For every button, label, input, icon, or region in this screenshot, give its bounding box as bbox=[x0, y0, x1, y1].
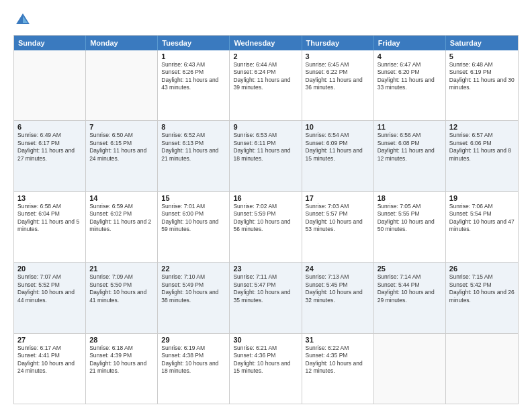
header-day-thursday: Thursday bbox=[302, 36, 374, 50]
header-day-tuesday: Tuesday bbox=[158, 36, 230, 50]
day-number: 14 bbox=[89, 194, 154, 202]
day-info: Sunrise: 6:58 AM Sunset: 6:04 PM Dayligh… bbox=[17, 203, 82, 234]
day-info: Sunrise: 6:54 AM Sunset: 6:09 PM Dayligh… bbox=[306, 132, 370, 163]
day-info: Sunrise: 7:05 AM Sunset: 5:55 PM Dayligh… bbox=[378, 203, 442, 234]
day-number: 7 bbox=[89, 123, 154, 131]
day-info: Sunrise: 6:22 AM Sunset: 4:35 PM Dayligh… bbox=[306, 345, 370, 375]
calendar-cell: 19Sunrise: 7:06 AM Sunset: 5:54 PM Dayli… bbox=[446, 192, 518, 262]
header-day-monday: Monday bbox=[86, 36, 158, 50]
day-info: Sunrise: 7:01 AM Sunset: 6:00 PM Dayligh… bbox=[161, 203, 226, 234]
calendar-cell bbox=[446, 334, 518, 404]
calendar-cell: 7Sunrise: 6:50 AM Sunset: 6:15 PM Daylig… bbox=[86, 121, 158, 191]
calendar-cell: 30Sunrise: 6:21 AM Sunset: 4:36 PM Dayli… bbox=[230, 334, 302, 404]
day-number: 23 bbox=[233, 265, 298, 273]
calendar-cell: 26Sunrise: 7:15 AM Sunset: 5:42 PM Dayli… bbox=[446, 263, 518, 332]
calendar-cell: 24Sunrise: 7:13 AM Sunset: 5:45 PM Dayli… bbox=[302, 263, 374, 332]
calendar-cell bbox=[86, 50, 158, 120]
day-info: Sunrise: 7:07 AM Sunset: 5:52 PM Dayligh… bbox=[17, 273, 82, 304]
calendar-row-0: 1Sunrise: 6:43 AM Sunset: 6:26 PM Daylig… bbox=[14, 50, 518, 120]
calendar-cell: 6Sunrise: 6:49 AM Sunset: 6:17 PM Daylig… bbox=[14, 121, 86, 191]
day-info: Sunrise: 6:48 AM Sunset: 6:19 PM Dayligh… bbox=[449, 61, 515, 92]
calendar-cell: 21Sunrise: 7:09 AM Sunset: 5:50 PM Dayli… bbox=[86, 263, 158, 332]
day-number: 28 bbox=[89, 336, 154, 344]
day-number: 4 bbox=[378, 52, 442, 60]
day-info: Sunrise: 7:13 AM Sunset: 5:45 PM Dayligh… bbox=[306, 273, 370, 304]
calendar-cell: 25Sunrise: 7:14 AM Sunset: 5:44 PM Dayli… bbox=[374, 263, 446, 332]
day-info: Sunrise: 6:53 AM Sunset: 6:11 PM Dayligh… bbox=[233, 132, 298, 163]
calendar-cell: 1Sunrise: 6:43 AM Sunset: 6:26 PM Daylig… bbox=[158, 50, 230, 120]
calendar-cell: 4Sunrise: 6:47 AM Sunset: 6:20 PM Daylig… bbox=[374, 50, 446, 120]
calendar-cell: 23Sunrise: 7:11 AM Sunset: 5:47 PM Dayli… bbox=[230, 263, 302, 332]
calendar-cell: 5Sunrise: 6:48 AM Sunset: 6:19 PM Daylig… bbox=[446, 50, 518, 120]
calendar-cell: 2Sunrise: 6:44 AM Sunset: 6:24 PM Daylig… bbox=[230, 50, 302, 120]
calendar-cell: 3Sunrise: 6:45 AM Sunset: 6:22 PM Daylig… bbox=[302, 50, 374, 120]
day-number: 10 bbox=[306, 123, 370, 131]
header-day-saturday: Saturday bbox=[446, 36, 518, 50]
day-info: Sunrise: 7:03 AM Sunset: 5:57 PM Dayligh… bbox=[306, 203, 370, 234]
day-info: Sunrise: 7:11 AM Sunset: 5:47 PM Dayligh… bbox=[233, 273, 298, 304]
day-info: Sunrise: 7:14 AM Sunset: 5:44 PM Dayligh… bbox=[378, 273, 442, 304]
calendar-row-1: 6Sunrise: 6:49 AM Sunset: 6:17 PM Daylig… bbox=[14, 120, 518, 191]
day-number: 16 bbox=[233, 194, 298, 202]
calendar-cell: 27Sunrise: 6:17 AM Sunset: 4:41 PM Dayli… bbox=[14, 334, 86, 404]
day-info: Sunrise: 6:44 AM Sunset: 6:24 PM Dayligh… bbox=[233, 61, 298, 92]
day-number: 19 bbox=[449, 194, 515, 202]
calendar-cell: 31Sunrise: 6:22 AM Sunset: 4:35 PM Dayli… bbox=[302, 334, 374, 404]
day-number: 17 bbox=[306, 194, 370, 202]
day-number: 20 bbox=[17, 265, 82, 273]
header bbox=[13, 11, 519, 30]
calendar-body: 1Sunrise: 6:43 AM Sunset: 6:26 PM Daylig… bbox=[14, 50, 518, 404]
calendar-header: SundayMondayTuesdayWednesdayThursdayFrid… bbox=[14, 36, 518, 50]
calendar-cell: 29Sunrise: 6:19 AM Sunset: 4:38 PM Dayli… bbox=[158, 334, 230, 404]
calendar-cell: 15Sunrise: 7:01 AM Sunset: 6:00 PM Dayli… bbox=[158, 192, 230, 262]
day-number: 8 bbox=[161, 123, 226, 131]
day-number: 15 bbox=[161, 194, 226, 202]
day-number: 22 bbox=[161, 265, 226, 273]
calendar-cell bbox=[14, 50, 86, 120]
calendar-cell: 8Sunrise: 6:52 AM Sunset: 6:13 PM Daylig… bbox=[158, 121, 230, 191]
logo-icon bbox=[13, 11, 32, 30]
calendar-cell: 13Sunrise: 6:58 AM Sunset: 6:04 PM Dayli… bbox=[14, 192, 86, 262]
calendar-cell: 10Sunrise: 6:54 AM Sunset: 6:09 PM Dayli… bbox=[302, 121, 374, 191]
day-info: Sunrise: 6:21 AM Sunset: 4:36 PM Dayligh… bbox=[233, 345, 298, 375]
day-info: Sunrise: 6:57 AM Sunset: 6:06 PM Dayligh… bbox=[449, 132, 515, 163]
day-number: 5 bbox=[449, 52, 515, 60]
day-number: 3 bbox=[306, 52, 370, 60]
day-info: Sunrise: 6:49 AM Sunset: 6:17 PM Dayligh… bbox=[17, 132, 82, 163]
calendar: SundayMondayTuesdayWednesdayThursdayFrid… bbox=[13, 35, 519, 404]
calendar-cell: 14Sunrise: 6:59 AM Sunset: 6:02 PM Dayli… bbox=[86, 192, 158, 262]
page: SundayMondayTuesdayWednesdayThursdayFrid… bbox=[0, 0, 532, 411]
day-number: 25 bbox=[378, 265, 442, 273]
header-day-friday: Friday bbox=[374, 36, 446, 50]
calendar-cell: 22Sunrise: 7:10 AM Sunset: 5:49 PM Dayli… bbox=[158, 263, 230, 332]
day-number: 24 bbox=[306, 265, 370, 273]
day-info: Sunrise: 6:50 AM Sunset: 6:15 PM Dayligh… bbox=[89, 132, 154, 163]
calendar-row-2: 13Sunrise: 6:58 AM Sunset: 6:04 PM Dayli… bbox=[14, 191, 518, 262]
day-info: Sunrise: 6:43 AM Sunset: 6:26 PM Dayligh… bbox=[161, 61, 226, 92]
calendar-cell: 12Sunrise: 6:57 AM Sunset: 6:06 PM Dayli… bbox=[446, 121, 518, 191]
calendar-cell: 20Sunrise: 7:07 AM Sunset: 5:52 PM Dayli… bbox=[14, 263, 86, 332]
day-number: 1 bbox=[161, 52, 226, 60]
day-number: 29 bbox=[161, 336, 226, 344]
day-number: 11 bbox=[378, 123, 442, 131]
header-day-sunday: Sunday bbox=[14, 36, 86, 50]
day-info: Sunrise: 7:02 AM Sunset: 5:59 PM Dayligh… bbox=[233, 203, 298, 234]
header-day-wednesday: Wednesday bbox=[230, 36, 302, 50]
calendar-row-4: 27Sunrise: 6:17 AM Sunset: 4:41 PM Dayli… bbox=[14, 333, 518, 404]
calendar-cell: 9Sunrise: 6:53 AM Sunset: 6:11 PM Daylig… bbox=[230, 121, 302, 191]
day-info: Sunrise: 6:45 AM Sunset: 6:22 PM Dayligh… bbox=[306, 61, 370, 92]
calendar-cell: 17Sunrise: 7:03 AM Sunset: 5:57 PM Dayli… bbox=[302, 192, 374, 262]
day-info: Sunrise: 6:52 AM Sunset: 6:13 PM Dayligh… bbox=[161, 132, 226, 163]
day-number: 21 bbox=[89, 265, 154, 273]
calendar-cell: 18Sunrise: 7:05 AM Sunset: 5:55 PM Dayli… bbox=[374, 192, 446, 262]
calendar-cell bbox=[374, 334, 446, 404]
day-info: Sunrise: 6:18 AM Sunset: 4:39 PM Dayligh… bbox=[89, 345, 154, 375]
day-info: Sunrise: 6:59 AM Sunset: 6:02 PM Dayligh… bbox=[89, 203, 154, 234]
day-info: Sunrise: 6:17 AM Sunset: 4:41 PM Dayligh… bbox=[17, 345, 82, 375]
day-number: 26 bbox=[449, 265, 515, 273]
day-info: Sunrise: 7:09 AM Sunset: 5:50 PM Dayligh… bbox=[89, 273, 154, 304]
day-number: 12 bbox=[449, 123, 515, 131]
day-number: 6 bbox=[17, 123, 82, 131]
day-info: Sunrise: 7:10 AM Sunset: 5:49 PM Dayligh… bbox=[161, 273, 226, 304]
calendar-row-3: 20Sunrise: 7:07 AM Sunset: 5:52 PM Dayli… bbox=[14, 262, 518, 332]
